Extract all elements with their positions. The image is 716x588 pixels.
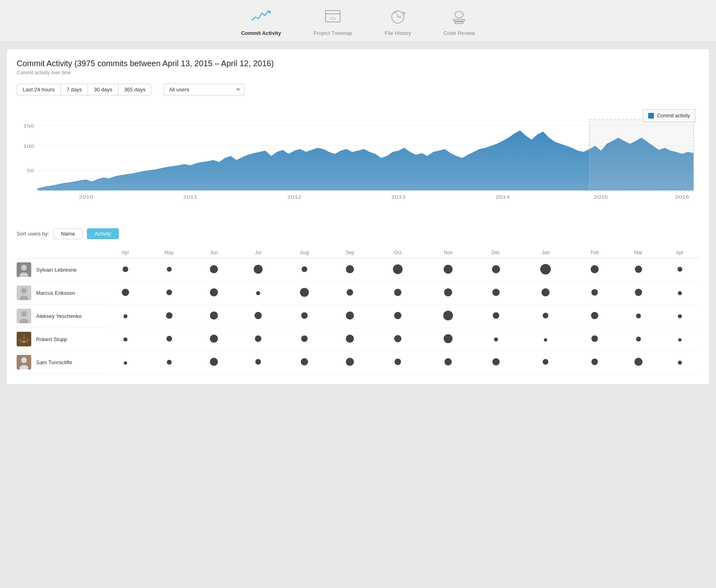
activity-dot <box>492 265 500 273</box>
activity-dot <box>167 267 172 272</box>
activity-dot-cell <box>373 281 423 305</box>
activity-dot <box>255 359 261 365</box>
sort-label: Sort users by: <box>17 231 49 237</box>
nav-item-file-history[interactable]: File History <box>385 7 411 36</box>
svg-point-35 <box>25 334 29 339</box>
activity-dot <box>544 338 547 342</box>
activity-dot-cell <box>473 258 518 282</box>
activity-dot-cell <box>145 258 193 282</box>
activity-dot-cell <box>281 351 328 374</box>
activity-dot-cell <box>373 351 423 374</box>
user-select[interactable]: All users <box>164 84 245 95</box>
code-review-icon <box>449 7 469 27</box>
col-user <box>17 247 106 258</box>
user-cell: Aleksey Yeschenko <box>17 305 106 328</box>
activity-dot <box>394 312 401 319</box>
activity-dot <box>543 359 548 365</box>
nav-item-code-review[interactable]: Code Review <box>444 7 475 36</box>
activity-dot-cell <box>328 305 373 328</box>
svg-rect-6 <box>453 19 465 21</box>
activity-dot <box>256 291 260 295</box>
activity-dot-cell <box>235 258 281 282</box>
page-subtitle: Commit activity over time <box>17 70 699 76</box>
activity-dot <box>444 334 453 343</box>
filter-7d[interactable]: 7 days <box>61 84 88 95</box>
activity-dot-cell <box>617 281 660 305</box>
activity-dot <box>492 358 500 365</box>
activity-dot <box>254 265 263 274</box>
commit-chart: 150 100 50 2010 2011 2012 2013 2014 <box>17 105 699 211</box>
activity-dot-cell <box>373 305 423 328</box>
activity-dot-cell <box>617 328 660 351</box>
col-feb: Feb <box>573 247 617 258</box>
nav-item-commit-activity[interactable]: Commit Activity <box>241 7 281 36</box>
col-oct: Oct <box>373 247 423 258</box>
activity-dot-cell <box>281 258 328 282</box>
activity-dot <box>254 312 262 319</box>
nav-label-commit-activity: Commit Activity <box>241 30 281 36</box>
nav-label-code-review: Code Review <box>444 30 475 36</box>
activity-dot-cell <box>281 281 328 305</box>
activity-dot <box>591 289 598 296</box>
filter-24h[interactable]: Last 24 hours <box>17 84 61 95</box>
activity-dot <box>166 312 173 319</box>
col-mar: Mar <box>617 247 660 258</box>
filter-30d[interactable]: 30 days <box>88 84 119 95</box>
activity-dot-cell <box>145 328 193 351</box>
table-row: Sam Tunnicliffe <box>17 351 699 374</box>
svg-point-36 <box>22 339 24 341</box>
col-sep: Sep <box>328 247 373 258</box>
legend-label: Commit activity <box>657 113 690 119</box>
svg-text:2016: 2016 <box>675 195 689 199</box>
activity-dot <box>444 288 452 296</box>
activity-dot-cell <box>573 281 617 305</box>
activity-dot <box>210 288 218 296</box>
user-cell: Sam Tunnicliffe <box>17 351 106 374</box>
activity-dot-cell <box>106 281 145 305</box>
col-jul: Jul <box>235 247 281 258</box>
activity-dot <box>444 265 453 274</box>
activity-dot-cell <box>423 281 473 305</box>
sort-by-name-button[interactable]: Name <box>53 228 83 239</box>
col-apr2: Apr <box>660 247 699 258</box>
activity-dot-cell <box>518 281 573 305</box>
activity-dot <box>678 338 681 342</box>
activity-dot <box>591 359 598 365</box>
activity-dot-cell <box>328 351 373 374</box>
nav-item-project-treemap[interactable]: <> Project Treemap <box>313 7 352 36</box>
nav-label-project-treemap: Project Treemap <box>313 30 352 36</box>
activity-dot <box>346 335 354 343</box>
activity-dot-cell <box>235 351 281 374</box>
table-row: Aleksey Yeschenko <box>17 305 699 328</box>
activity-dot-cell <box>145 351 193 374</box>
svg-point-38 <box>22 341 26 343</box>
activity-dot-cell <box>281 328 328 351</box>
svg-point-27 <box>21 288 27 294</box>
col-jan: Jan <box>518 247 573 258</box>
username: Marcus Eriksson <box>36 290 75 296</box>
sort-by-activity-button[interactable]: Activity <box>87 228 119 239</box>
activity-dot-cell <box>106 328 145 351</box>
svg-text:50: 50 <box>27 168 34 173</box>
page-title: Commit Activity (3975 commits between Ap… <box>17 59 699 68</box>
filter-365d[interactable]: 365 days <box>119 84 151 95</box>
svg-text:2012: 2012 <box>287 195 302 199</box>
activity-dot <box>543 313 548 318</box>
col-jun: Jun <box>193 247 235 258</box>
activity-dot <box>678 361 682 365</box>
activity-dot-cell <box>518 351 573 374</box>
activity-dot <box>635 266 642 273</box>
activity-dot <box>124 361 127 365</box>
activity-dot <box>636 337 641 342</box>
activity-dot <box>167 360 172 365</box>
activity-dot <box>347 289 353 296</box>
project-treemap-icon: <> <box>323 7 343 27</box>
svg-text:2014: 2014 <box>496 195 510 199</box>
username: Sam Tunnicliffe <box>36 359 72 365</box>
activity-dot-cell <box>518 258 573 282</box>
svg-rect-22 <box>589 119 694 192</box>
avatar <box>17 262 31 277</box>
activity-dot-cell <box>660 351 699 374</box>
activity-dot <box>443 311 453 320</box>
svg-point-40 <box>21 357 27 363</box>
